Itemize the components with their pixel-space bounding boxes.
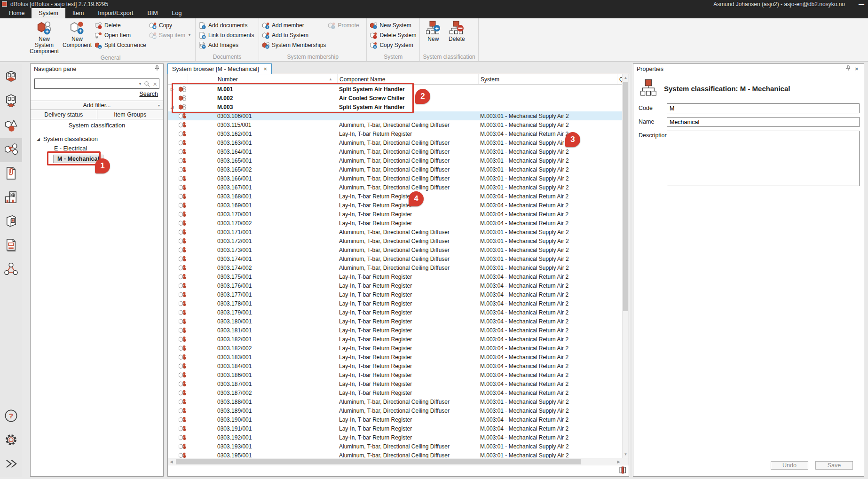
settings-icon[interactable] bbox=[0, 429, 22, 453]
add-to-system-button[interactable]: + Add to System bbox=[262, 31, 326, 39]
table-row[interactable]: 0303.183/001Lay-In, T-bar Return Registe… bbox=[168, 353, 622, 361]
relations-icon[interactable] bbox=[0, 258, 22, 282]
search-clear-icon[interactable]: × bbox=[153, 80, 157, 88]
tab-import-export[interactable]: Import/Export bbox=[91, 8, 140, 18]
table-row[interactable]: 0303.187/001Lay-In, T-bar Return Registe… bbox=[168, 379, 622, 388]
search-history-chevron-icon[interactable]: ▾ bbox=[139, 81, 142, 86]
scroll-right-icon[interactable]: ▶ bbox=[615, 460, 622, 464]
vertical-scrollbar[interactable]: ▲ ▼ bbox=[622, 74, 629, 458]
add-filter-dropdown-icon[interactable]: ▾ bbox=[158, 103, 160, 108]
table-row[interactable]: 0303.177/001Lay-In, T-bar Return Registe… bbox=[168, 290, 622, 299]
table-row[interactable]: 0303.175/001Lay-In, T-bar Return Registe… bbox=[168, 272, 622, 281]
delete-system-button[interactable]: − Delete System bbox=[370, 31, 417, 39]
table-row[interactable]: M.002Air Cooled Screw Chiller bbox=[168, 94, 622, 102]
table-row[interactable]: 0303.179/001Lay-In, T-bar Return Registe… bbox=[168, 308, 622, 317]
table-row[interactable]: 0303.165/001Aluminum, T-bar, Directional… bbox=[168, 156, 622, 165]
table-row[interactable]: ◢M.003Split System Air Handler bbox=[168, 102, 622, 111]
attachments-icon[interactable] bbox=[0, 162, 22, 186]
table-row[interactable]: 0303.193/001Aluminum, T-bar, Directional… bbox=[168, 442, 622, 451]
table-row[interactable]: 0303.167/001Aluminum, T-bar, Directional… bbox=[168, 183, 622, 192]
table-row[interactable]: 0303.187/002Lay-In, T-bar Return Registe… bbox=[168, 388, 622, 397]
table-row[interactable]: 0303.188/001Aluminum, T-bar, Directional… bbox=[168, 397, 622, 406]
tab-system[interactable]: System bbox=[32, 8, 65, 18]
new-system-component-button[interactable]: + New System Component bbox=[29, 19, 60, 55]
search-input[interactable] bbox=[35, 80, 136, 87]
table-row[interactable]: 0303.174/002Aluminum, T-bar, Directional… bbox=[168, 263, 622, 272]
tab-item-groups[interactable]: Item Groups bbox=[97, 110, 164, 119]
table-row[interactable]: 0303.165/002Aluminum, T-bar, Directional… bbox=[168, 165, 622, 174]
table-row[interactable]: 0303.169/001Lay-In, T-bar Return Registe… bbox=[168, 201, 622, 210]
new-system-button[interactable]: + New System bbox=[370, 21, 417, 29]
help-icon[interactable]: ? bbox=[0, 405, 22, 429]
table-row[interactable]: 0303.170/002Lay-In, T-bar Return Registe… bbox=[168, 219, 622, 228]
tab-home[interactable]: Home bbox=[2, 8, 32, 18]
expander-expanded-icon[interactable]: ◢ bbox=[168, 105, 176, 109]
table-row[interactable]: 0303.171/001Aluminum, T-bar, Directional… bbox=[168, 228, 622, 236]
table-row[interactable]: 0303.166/001Aluminum, T-bar, Directional… bbox=[168, 174, 622, 183]
add-member-button[interactable]: + Add member bbox=[262, 21, 326, 29]
new-component-button[interactable]: + New Component bbox=[62, 19, 93, 55]
table-row[interactable]: ▷M.001Split System Air Handler bbox=[168, 85, 622, 94]
table-row[interactable]: 0303.115/001Aluminum, T-bar, Directional… bbox=[168, 120, 622, 129]
promote-button[interactable]: ↑ Promote bbox=[328, 21, 363, 29]
table-row[interactable]: 0303.176/001Lay-In, T-bar Return Registe… bbox=[168, 281, 622, 290]
table-row[interactable]: 0303.190/001Lay-In, T-bar Return Registe… bbox=[168, 415, 622, 424]
scroll-left-icon[interactable]: ◀ bbox=[168, 460, 175, 464]
minimize-button[interactable]: — bbox=[859, 1, 864, 8]
add-documents-button[interactable]: + Add documents bbox=[198, 21, 256, 29]
column-component-name[interactable]: Component Name bbox=[337, 74, 478, 84]
table-row[interactable]: 0303.172/001Aluminum, T-bar, Directional… bbox=[168, 236, 622, 245]
link-to-documents-button[interactable]: ∞ Link to documents bbox=[198, 31, 256, 39]
table-row[interactable]: 0303.163/001Aluminum, T-bar, Directional… bbox=[168, 138, 622, 147]
tree-node-mechanical[interactable]: M - Mechanical bbox=[53, 155, 163, 163]
delete-button[interactable]: − Delete bbox=[95, 21, 147, 29]
open-item-button[interactable]: Open Item bbox=[95, 31, 147, 39]
table-row[interactable]: 0303.186/001Lay-In, T-bar Return Registe… bbox=[168, 370, 622, 379]
pin-icon[interactable] bbox=[845, 65, 851, 72]
column-options-icon[interactable] bbox=[619, 466, 626, 476]
column-truncated[interactable]: Q bbox=[617, 74, 622, 84]
storage-icon[interactable] bbox=[0, 210, 22, 234]
table-row[interactable]: 0303.182/002Lay-In, T-bar Return Registe… bbox=[168, 344, 622, 353]
vertical-scroll-thumb[interactable] bbox=[623, 82, 628, 311]
table-row[interactable]: 0303.192/001Lay-In, T-bar Return Registe… bbox=[168, 433, 622, 442]
table-row[interactable]: 0303.189/001Aluminum, T-bar, Directional… bbox=[168, 406, 622, 415]
table-row[interactable]: 0303.106/001M.003:01 - Mechanical Supply… bbox=[168, 111, 622, 120]
swap-item-button[interactable]: ⇄ Swap item ▾ bbox=[149, 31, 192, 39]
swap-item-dropdown-icon[interactable]: ▾ bbox=[189, 33, 190, 37]
tab-delivery-status[interactable]: Delivery status bbox=[31, 110, 97, 119]
table-row[interactable]: 0303.181/001Lay-In, T-bar Return Registe… bbox=[168, 326, 622, 335]
table-row[interactable]: 0303.173/001Aluminum, T-bar, Directional… bbox=[168, 245, 622, 254]
add-filter-button[interactable]: Add filter... ▾ bbox=[31, 101, 163, 110]
systems-icon[interactable] bbox=[0, 138, 22, 162]
tab-item[interactable]: Item bbox=[65, 8, 91, 18]
tab-bim[interactable]: BIM bbox=[140, 8, 165, 18]
pin-icon[interactable] bbox=[154, 65, 160, 72]
table-row[interactable]: 0303.191/001Lay-In, T-bar Return Registe… bbox=[168, 424, 622, 433]
table-row[interactable]: 0303.174/001Aluminum, T-bar, Directional… bbox=[168, 254, 622, 263]
table-row[interactable]: 0303.168/001Lay-In, T-bar Return Registe… bbox=[168, 192, 622, 201]
new-classification-button[interactable]: + New bbox=[423, 19, 443, 54]
table-row[interactable]: 0303.180/001Lay-In, T-bar Return Registe… bbox=[168, 317, 622, 326]
tab-log[interactable]: Log bbox=[165, 8, 189, 18]
buildings-icon[interactable] bbox=[0, 186, 22, 210]
table-row[interactable]: 0303.184/001Lay-In, T-bar Return Registe… bbox=[168, 361, 622, 370]
description-field[interactable] bbox=[667, 131, 860, 186]
add-images-button[interactable]: + Add Images bbox=[198, 41, 256, 49]
code-field[interactable] bbox=[667, 103, 860, 113]
table-row[interactable]: 0303.164/001Aluminum, T-bar, Directional… bbox=[168, 147, 622, 156]
column-system[interactable]: System bbox=[478, 74, 617, 84]
expander-collapsed-icon[interactable]: ▷ bbox=[168, 87, 176, 91]
tree-expander-icon[interactable]: ◢ bbox=[37, 137, 40, 141]
table-row[interactable]: 0303.170/001Lay-In, T-bar Return Registe… bbox=[168, 210, 622, 219]
close-tab-icon[interactable]: × bbox=[264, 66, 267, 72]
scroll-down-icon[interactable]: ▼ bbox=[623, 451, 629, 458]
items-icon[interactable] bbox=[0, 114, 22, 138]
table-row[interactable]: 0303.178/001Lay-In, T-bar Return Registe… bbox=[168, 299, 622, 308]
scroll-up-icon[interactable]: ▲ bbox=[623, 74, 629, 81]
table-row[interactable]: 0303.182/001Lay-In, T-bar Return Registe… bbox=[168, 335, 622, 344]
room-functions-icon[interactable] bbox=[0, 90, 22, 114]
save-button[interactable]: Save bbox=[815, 461, 853, 470]
tree-node-system-classification[interactable]: ◢ System classification bbox=[37, 136, 163, 142]
table-row[interactable]: 0303.162/001Lay-In, T-bar Return Registe… bbox=[168, 129, 622, 138]
